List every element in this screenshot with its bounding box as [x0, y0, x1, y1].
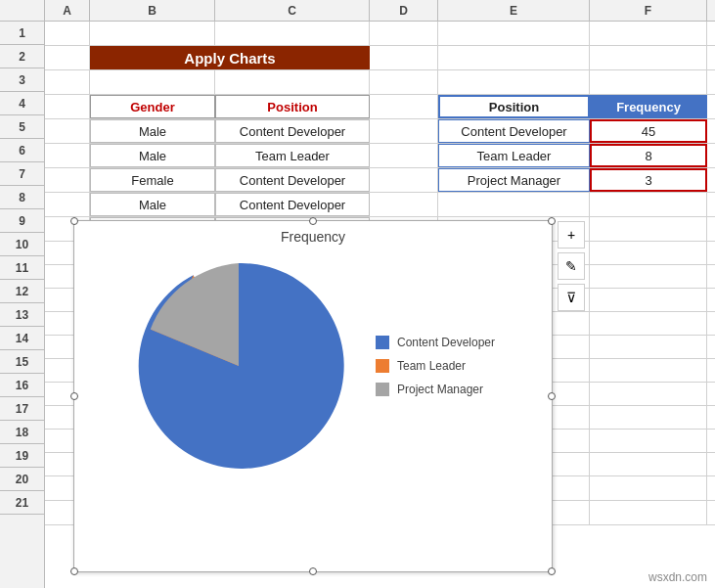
row-header-17[interactable]: 17: [0, 397, 44, 421]
handle-bl[interactable]: [70, 567, 78, 575]
cell-c7[interactable]: Content Developer: [215, 168, 370, 192]
cell-a4[interactable]: [45, 95, 90, 118]
chart-add-button[interactable]: +: [558, 221, 585, 249]
row-header-13[interactable]: 13: [0, 303, 44, 327]
cell-c1[interactable]: [215, 22, 370, 45]
cell-e2[interactable]: [438, 46, 590, 69]
cell-b6[interactable]: Male: [90, 144, 215, 167]
col-header-f[interactable]: F: [590, 0, 707, 21]
row-header-19[interactable]: 19: [0, 444, 44, 468]
handle-tl[interactable]: [70, 217, 78, 225]
col-header-d[interactable]: D: [370, 0, 438, 21]
row-header-4[interactable]: 4: [0, 92, 44, 115]
cell-c8[interactable]: Content Developer: [215, 193, 370, 216]
pie-chart: [131, 258, 346, 474]
cell-b7[interactable]: Female: [90, 168, 215, 192]
cell-e3[interactable]: [438, 70, 590, 94]
cell-f7-rt[interactable]: 3: [590, 168, 707, 192]
handle-br[interactable]: [548, 567, 556, 575]
chart-buttons: + ✎ ⊽: [558, 221, 585, 311]
cell-d4[interactable]: [370, 95, 438, 118]
row-header-20[interactable]: 20: [0, 468, 44, 491]
cell-f5-rt[interactable]: 45: [590, 119, 707, 143]
col-header-a[interactable]: A: [45, 0, 90, 21]
cell-f3[interactable]: [590, 70, 707, 94]
row-header-6[interactable]: 6: [0, 139, 44, 162]
cell-c5[interactable]: Content Developer: [215, 119, 370, 143]
cell-d2[interactable]: [370, 46, 438, 69]
cell-a1[interactable]: [45, 22, 90, 45]
chart-filter-button[interactable]: ⊽: [558, 284, 585, 311]
col-header-c[interactable]: C: [215, 0, 370, 21]
row-header-10[interactable]: 10: [0, 233, 44, 256]
cell-a6[interactable]: [45, 144, 90, 167]
cell-d6[interactable]: [370, 144, 438, 167]
col-header-e[interactable]: E: [438, 0, 590, 21]
row-2: Apply Charts: [45, 46, 715, 70]
cell-d3[interactable]: [370, 70, 438, 94]
row-header-1[interactable]: 1: [0, 22, 44, 45]
cell-a3[interactable]: [45, 70, 90, 94]
legend-color-project-mgr: [376, 383, 389, 396]
cell-d8[interactable]: [370, 193, 438, 216]
cell-c4-position-header[interactable]: Position: [215, 95, 370, 118]
cell-a7[interactable]: [45, 168, 90, 192]
cell-f4-rt-frequency[interactable]: Frequency: [590, 95, 707, 118]
row-header-21[interactable]: 21: [0, 491, 44, 515]
cell-e7-rt[interactable]: Project Manager: [438, 168, 590, 192]
row-header-15[interactable]: 15: [0, 350, 44, 374]
chart-container[interactable]: Frequency: [73, 220, 553, 572]
row-header-9[interactable]: 9: [0, 209, 44, 233]
legend-label-content-dev: Content Developer: [397, 336, 495, 349]
cell-e4-rt-position[interactable]: Position: [438, 95, 590, 118]
cell-f6-rt[interactable]: 8: [590, 144, 707, 167]
row-5: Male Content Developer Content Developer…: [45, 119, 715, 144]
cell-c6[interactable]: Team Leader: [215, 144, 370, 167]
row-header-2[interactable]: 2: [0, 45, 44, 68]
row-header-16[interactable]: 16: [0, 374, 44, 397]
row-header-18[interactable]: 18: [0, 421, 44, 444]
cell-d1[interactable]: [370, 22, 438, 45]
cell-b3[interactable]: [90, 70, 215, 94]
cell-f9[interactable]: [590, 217, 707, 241]
chart-legend: Content Developer Team Leader Project Ma…: [376, 336, 495, 396]
row-header-7[interactable]: 7: [0, 162, 44, 186]
cell-d7[interactable]: [370, 168, 438, 192]
col-header-b[interactable]: B: [90, 0, 215, 21]
cell-a5[interactable]: [45, 119, 90, 143]
chart-edit-button[interactable]: ✎: [558, 252, 585, 280]
pie-slice-content-dev: [139, 263, 344, 469]
cell-f10[interactable]: [590, 242, 707, 265]
cell-e1[interactable]: [438, 22, 590, 45]
row-header-8[interactable]: 8: [0, 186, 44, 209]
row-header-5[interactable]: 5: [0, 115, 44, 139]
legend-label-team-leader: Team Leader: [397, 359, 466, 373]
handle-tc[interactable]: [309, 217, 317, 225]
row-header-12[interactable]: 12: [0, 280, 44, 303]
handle-tr[interactable]: [548, 217, 556, 225]
cell-e6-rt[interactable]: Team Leader: [438, 144, 590, 167]
cell-b8[interactable]: Male: [90, 193, 215, 216]
cell-e8[interactable]: [438, 193, 590, 216]
cell-f2[interactable]: [590, 46, 707, 69]
cell-c3[interactable]: [215, 70, 370, 94]
cell-b1[interactable]: [90, 22, 215, 45]
cell-a8[interactable]: [45, 193, 90, 216]
row-3: [45, 70, 715, 95]
cell-a2[interactable]: [45, 46, 90, 69]
cell-d5[interactable]: [370, 119, 438, 143]
cell-b4-gender-header[interactable]: Gender: [90, 95, 215, 118]
cell-f1[interactable]: [590, 22, 707, 45]
handle-bc[interactable]: [309, 567, 317, 575]
handle-ml[interactable]: [70, 392, 78, 400]
cell-b2-title[interactable]: Apply Charts: [90, 46, 370, 69]
cell-e5-rt[interactable]: Content Developer: [438, 119, 590, 143]
row-header-11[interactable]: 11: [0, 256, 44, 280]
cell-b5[interactable]: Male: [90, 119, 215, 143]
row-header-14[interactable]: 14: [0, 327, 44, 350]
cell-f21[interactable]: [590, 501, 707, 524]
cell-f20[interactable]: [590, 476, 707, 500]
cell-f8[interactable]: [590, 193, 707, 216]
row-header-3[interactable]: 3: [0, 68, 44, 92]
handle-mr[interactable]: [548, 392, 556, 400]
